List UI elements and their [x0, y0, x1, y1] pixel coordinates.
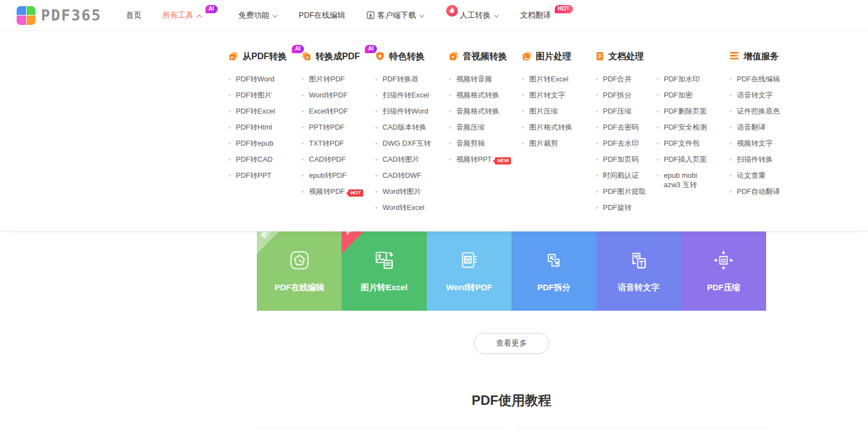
menu-item[interactable]: PDF转换器: [375, 71, 431, 87]
menu-item[interactable]: PDF转Word: [229, 71, 275, 87]
menu-item[interactable]: 论文查重: [730, 167, 780, 183]
menu-item[interactable]: 图片裁剪: [522, 135, 572, 151]
menu-item-label: PDF转Html: [236, 122, 272, 132]
menu-item[interactable]: PDF转CAD: [229, 151, 275, 167]
bullet-dot: [449, 110, 451, 112]
menu-item[interactable]: 图片转PDF: [302, 71, 363, 87]
menu-item-label: CAD转图片: [383, 155, 419, 164]
nav-item-2[interactable]: 免费功能: [239, 0, 278, 31]
bullet-dot: [375, 110, 378, 112]
ai-badge: AI: [205, 5, 218, 13]
hot-tool-tile-1[interactable]: AI图片转Excel: [342, 222, 426, 311]
menu-item[interactable]: PDF转图片: [229, 87, 275, 103]
menu-item[interactable]: 视频转音频: [449, 71, 511, 87]
menu-item[interactable]: CAD版本转换: [375, 119, 431, 135]
split-icon: [541, 248, 567, 272]
menu-item[interactable]: CAD转图片: [375, 151, 431, 167]
bullet-dot: [375, 126, 378, 128]
nav-item-6[interactable]: 文档翻译HOT: [520, 0, 573, 31]
nav-item-0[interactable]: 首页: [126, 0, 142, 31]
menu-item[interactable]: DWG DXF互转: [375, 135, 431, 151]
bullet-dot: [302, 174, 304, 177]
menu-column-2: 特色转换PDF转换器扫描件转Excel扫描件转WordCAD版本转换DWG DX…: [375, 51, 449, 215]
menu-item[interactable]: PDF拆分: [596, 87, 651, 103]
menu-item-label: 图片格式转换: [529, 122, 572, 132]
hot-tool-tile-3[interactable]: PDF拆分: [512, 222, 596, 311]
menu-item[interactable]: PDF合并: [596, 71, 651, 87]
menu-item[interactable]: epub转PDF: [302, 167, 363, 183]
menu-item[interactable]: Word转PDF: [302, 87, 363, 103]
menu-item[interactable]: PDF安全检测: [657, 119, 712, 135]
menu-item[interactable]: PDF加密: [657, 87, 712, 103]
menu-item[interactable]: 扫描件转Word: [375, 103, 431, 119]
menu-item[interactable]: PDF去水印: [596, 135, 651, 151]
menu-item[interactable]: 语音翻译: [730, 119, 780, 135]
menu-item[interactable]: CAD转DWF: [375, 167, 431, 183]
nav-item-1[interactable]: 所有工具AI: [163, 0, 218, 31]
menu-item[interactable]: PDF文件包: [657, 135, 712, 151]
menu-item[interactable]: PDF转Html: [229, 119, 275, 135]
bullet-dot: [229, 94, 231, 96]
menu-item[interactable]: 视频格式转换: [449, 87, 511, 103]
menu-item[interactable]: PDF转epub: [229, 135, 275, 151]
menu-item[interactable]: 音频压缩: [449, 119, 511, 135]
menu-item[interactable]: 证件照换底色: [730, 103, 780, 119]
menu-item[interactable]: PDF转Excel: [229, 103, 275, 119]
bullet-dot: [229, 142, 231, 145]
menu-item[interactable]: TXT转PDF: [302, 135, 363, 151]
hot-tool-tile-2[interactable]: Word转PDF: [427, 222, 512, 311]
menu-item[interactable]: PDF压缩: [596, 103, 651, 119]
menu-item[interactable]: CAD转PDF: [302, 151, 363, 167]
menu-item[interactable]: PDF去密码: [596, 119, 651, 135]
menu-item[interactable]: Word转图片: [375, 183, 431, 199]
menu-item[interactable]: 音频剪辑: [449, 135, 511, 151]
menu-item[interactable]: PDF插入页面: [657, 151, 712, 167]
menu-item-label: 视频转PPTNEW: [456, 155, 511, 164]
hot-tool-tile-5[interactable]: PDF压缩: [681, 222, 766, 311]
bullet-dot: [730, 94, 732, 96]
hot-tool-tile-4[interactable]: 语音转文字: [596, 222, 681, 311]
menu-item[interactable]: 扫描件转Excel: [375, 87, 431, 103]
bullet-dot: [730, 142, 732, 145]
nav-item-3[interactable]: PDF在线编辑: [299, 0, 345, 31]
menu-item-label: PDF压缩: [603, 106, 632, 116]
menu-item[interactable]: epub mobi azw3 互转: [657, 167, 712, 193]
tile-label: 语音转文字: [618, 282, 659, 293]
menu-item[interactable]: PDF加页码: [596, 151, 651, 167]
menu-item[interactable]: 视频转PPTNEW: [449, 151, 511, 167]
menu-item[interactable]: 视频转文字: [730, 135, 780, 151]
menu-item[interactable]: PDF旋转: [596, 199, 651, 215]
menu-item[interactable]: 图片转文字: [522, 87, 572, 103]
menu-item[interactable]: PDF转PPT: [229, 167, 275, 183]
menu-item[interactable]: Word转Excel: [375, 199, 431, 215]
bullet-dot: [302, 94, 304, 96]
hot-tool-tile-0[interactable]: 热门PDF在线编辑: [257, 222, 342, 311]
menu-item[interactable]: Excel转PDF: [302, 103, 363, 119]
nav-item-5[interactable]: 人工转换: [446, 0, 499, 31]
menu-item[interactable]: 图片格式转换: [522, 119, 572, 135]
menu-item-label: TXT转PDF: [309, 138, 344, 148]
menu-item-label: 图片裁剪: [529, 138, 558, 148]
bullet-dot: [229, 110, 231, 112]
view-more-button[interactable]: 查看更多: [474, 333, 549, 354]
nav-item-4[interactable]: 客户端下载: [366, 0, 425, 31]
menu-item[interactable]: 扫描件转换: [730, 151, 780, 167]
bullet-dot: [449, 158, 451, 161]
menu-item[interactable]: PDF图片提取: [596, 183, 651, 199]
menu-item-label: PDF转CAD: [236, 155, 272, 164]
menu-item[interactable]: 图片转Excel: [522, 71, 572, 87]
menu-item[interactable]: PDF加水印: [657, 71, 712, 87]
logo[interactable]: PDF365: [17, 6, 102, 25]
menu-item[interactable]: 图片压缩: [522, 103, 572, 119]
menu-item[interactable]: PPT转PDF: [302, 119, 363, 135]
menu-item[interactable]: PDF自动翻译: [730, 183, 780, 199]
menu-item-label: PDF转换器: [383, 74, 418, 84]
menu-item[interactable]: 时间戳认证: [596, 167, 651, 183]
menu-item[interactable]: 语音转文字: [730, 87, 780, 103]
menu-item-label: Excel转PDF: [309, 106, 348, 116]
menu-item[interactable]: PDF删除页面: [657, 103, 712, 119]
nav-item-label: 首页: [126, 11, 142, 20]
menu-item[interactable]: PDF在线编辑: [730, 71, 780, 87]
menu-item[interactable]: 视频转PDFHOT: [302, 183, 363, 199]
menu-item[interactable]: 音频格式转换: [449, 103, 511, 119]
